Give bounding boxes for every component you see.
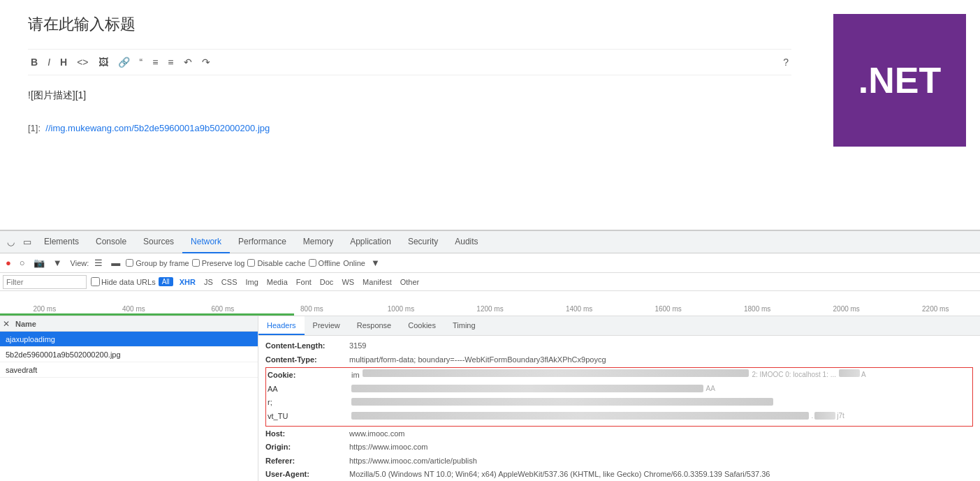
view-label: View: <box>71 259 89 267</box>
tab-application[interactable]: Application <box>342 231 400 253</box>
hide-data-urls-text: Hide data URLs <box>101 278 156 286</box>
timeline-bar <box>0 313 294 316</box>
offline-text: Offline <box>319 259 341 267</box>
cookie-val-aa <box>351 385 703 392</box>
clear-btn[interactable]: ○ <box>17 256 28 269</box>
cookie-right-aa: AA <box>706 383 715 396</box>
tab-performance[interactable]: Performance <box>230 231 295 253</box>
content-text: ![图片描述][1] <box>28 89 791 102</box>
group-by-frame-label[interactable]: Group by frame <box>126 259 189 267</box>
image-ref: [1]: //img.mukewang.com/5b2de5960001a9b5… <box>28 123 791 133</box>
heading-btn[interactable]: H <box>57 55 70 69</box>
link-btn[interactable]: 🔗 <box>115 55 133 69</box>
tab-sources[interactable]: Sources <box>135 231 182 253</box>
tab-memory[interactable]: Memory <box>295 231 342 253</box>
filter-js[interactable]: JS <box>202 277 215 287</box>
tab-audits[interactable]: Audits <box>446 231 486 253</box>
header-content-type: Content-Type: multipart/form-data; bound… <box>265 354 973 367</box>
network-item-savedraft[interactable]: savedraft <box>0 362 258 378</box>
tab-security[interactable]: Security <box>400 231 446 253</box>
flame-view-btn[interactable]: ▬ <box>108 256 123 269</box>
filter-ws[interactable]: WS <box>339 277 356 287</box>
list-view-btn[interactable]: ☰ <box>92 256 105 269</box>
filter-other[interactable]: Other <box>398 277 422 287</box>
editor-toolbar: B I H <> 🖼 🔗 “ ≡ ≡ ↶ ↷ ? <box>28 49 791 75</box>
offline-checkbox[interactable] <box>309 259 316 267</box>
tm-800: 800 ms <box>268 305 357 313</box>
undo-btn[interactable]: ↶ <box>181 55 195 69</box>
devtools-device-icon[interactable]: ▭ <box>19 234 36 250</box>
ul-btn[interactable]: ≡ <box>165 55 176 69</box>
filter-manifest[interactable]: Manifest <box>360 277 394 287</box>
help-btn[interactable]: ? <box>780 55 791 69</box>
close-detail-btn[interactable]: ✕ <box>3 319 10 329</box>
preserve-log-checkbox[interactable] <box>192 259 200 267</box>
header-key-content-length: Content-Length: <box>265 340 349 353</box>
header-cookie: Cookie: im 2: IMOOC 0: localhost 1: ... … <box>268 369 971 382</box>
cookie-row-r: r; <box>268 397 971 409</box>
quote-btn[interactable]: “ <box>137 55 146 69</box>
header-val-content-type: multipart/form-data; boundary=----WebKit… <box>349 354 606 367</box>
image-btn[interactable]: 🖼 <box>96 55 111 69</box>
detail-tab-cookies[interactable]: Cookies <box>400 316 444 335</box>
hide-data-urls-label[interactable]: Hide data URLs <box>91 277 156 286</box>
ol-btn[interactable]: ≡ <box>149 55 161 69</box>
name-column-header: Name <box>15 320 36 328</box>
filter-css[interactable]: CSS <box>219 277 240 287</box>
disable-cache-text: Disable cache <box>257 259 305 267</box>
devtools-inspect-icon[interactable]: ◡ <box>3 234 19 250</box>
cookie-val-vt <box>351 412 809 420</box>
preserve-log-label[interactable]: Preserve log <box>192 259 245 267</box>
header-user-agent: User-Agent: Mozilla/5.0 (Windows NT 10.0… <box>265 468 973 481</box>
cookie-right-vt3: j7t <box>837 410 844 423</box>
online-dropdown-btn[interactable]: ▼ <box>368 256 383 269</box>
detail-tabs: Headers Preview Response Cookies Timing <box>258 316 980 336</box>
cookie-blur-2 <box>839 369 860 377</box>
net-logo-text: .NET <box>858 59 941 101</box>
tab-elements[interactable]: Elements <box>36 231 87 253</box>
detail-tab-timing[interactable]: Timing <box>444 316 484 335</box>
filter-font[interactable]: Font <box>294 277 314 287</box>
cookie-right-vt2 <box>814 412 835 420</box>
tab-console[interactable]: Console <box>87 231 135 253</box>
title-input[interactable]: 请在此输入标题 <box>28 14 791 35</box>
content-area: ![图片描述][1] <box>28 82 791 109</box>
online-text: Online <box>343 259 365 267</box>
header-val-user-agent: Mozilla/5.0 (Windows NT 10.0; Win64; x64… <box>349 468 770 481</box>
filter-xhr[interactable]: XHR <box>177 277 198 287</box>
filter-input[interactable] <box>3 275 87 289</box>
offline-label[interactable]: Offline <box>309 259 341 267</box>
detail-tab-headers[interactable]: Headers <box>258 316 305 335</box>
network-main: ✕ Name ajaxuploadimg 5b2de5960001a9b5020… <box>0 316 980 481</box>
italic-btn[interactable]: I <box>45 55 53 69</box>
tm-1600: 1600 ms <box>624 305 713 313</box>
detail-tab-response[interactable]: Response <box>349 316 400 335</box>
header-key-user-agent: User-Agent: <box>265 468 349 481</box>
disable-cache-checkbox[interactable] <box>247 259 255 267</box>
group-by-frame-checkbox[interactable] <box>126 259 133 267</box>
tab-network[interactable]: Network <box>182 231 230 253</box>
filter-btn[interactable]: ▼ <box>50 256 65 269</box>
top-area: 请在此输入标题 B I H <> 🖼 🔗 “ ≡ ≡ ↶ ↷ ? ![图片描述]… <box>0 0 980 230</box>
cookie-right-text: 2: IMOOC 0: localhost 1: ... <box>752 369 836 382</box>
header-key-cookie: Cookie: <box>268 369 351 382</box>
image-ref-link[interactable]: //img.mukewang.com/5b2de5960001a9b502000… <box>45 123 270 133</box>
filter-doc[interactable]: Doc <box>318 277 336 287</box>
all-badge[interactable]: All <box>159 277 173 286</box>
record-btn[interactable]: ● <box>3 256 14 269</box>
filter-media[interactable]: Media <box>265 277 290 287</box>
hide-data-urls-checkbox[interactable] <box>91 277 100 286</box>
camera-btn[interactable]: 📷 <box>31 256 47 269</box>
filter-img[interactable]: Img <box>243 277 260 287</box>
disable-cache-label[interactable]: Disable cache <box>247 259 305 267</box>
network-item-jpg[interactable]: 5b2de5960001a9b502000200.jpg <box>0 347 258 362</box>
cookie-key-vt: vt_TU <box>268 410 351 423</box>
bold-btn[interactable]: B <box>28 55 41 69</box>
network-item-ajaxuploadimg[interactable]: ajaxuploadimg <box>0 332 258 347</box>
detail-tab-preview[interactable]: Preview <box>305 316 349 335</box>
group-by-frame-text: Group by frame <box>136 259 189 267</box>
cookie-row-vt: vt_TU . j7t <box>268 410 971 423</box>
code-btn[interactable]: <> <box>74 55 91 69</box>
detail-content: Content-Length: 3159 Content-Type: multi… <box>258 336 980 481</box>
redo-btn[interactable]: ↷ <box>199 55 213 69</box>
